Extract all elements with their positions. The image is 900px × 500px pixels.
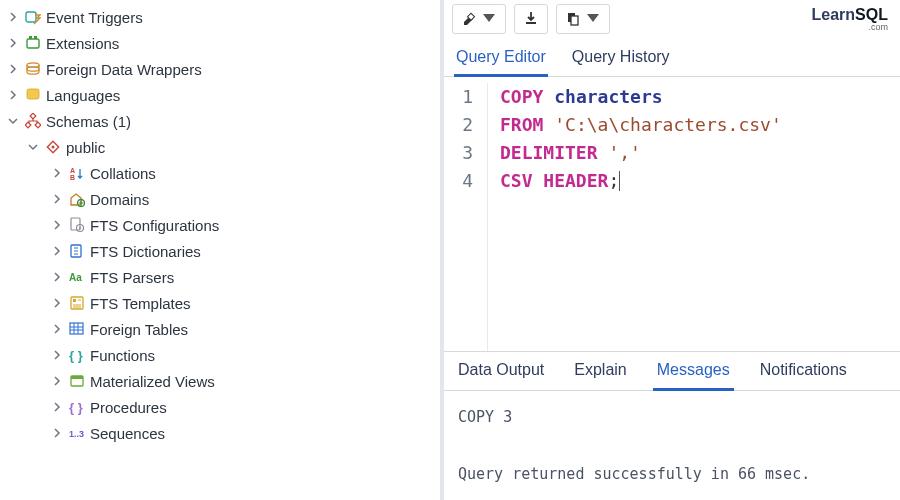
tree-label: Extensions <box>46 35 119 52</box>
text-cursor <box>619 171 620 191</box>
tree-label: FTS Dictionaries <box>90 243 201 260</box>
chevron-down-icon <box>26 140 40 154</box>
chevron-right-icon <box>50 218 64 232</box>
line-gutter: 1 2 3 4 <box>444 83 488 351</box>
chevron-right-icon <box>6 10 20 24</box>
foreign-tables-icon <box>68 320 86 338</box>
object-browser-tree[interactable]: Event Triggers Extensions Foreign Data W… <box>0 0 440 500</box>
sql-keyword: CSV <box>500 170 533 191</box>
sql-keyword: HEADER <box>543 170 608 191</box>
sql-keyword: COPY <box>500 86 543 107</box>
tree-label: Functions <box>90 347 155 364</box>
procedures-icon: { } <box>68 398 86 416</box>
tree-item-sequences[interactable]: 1..3 Sequences <box>0 420 439 446</box>
tree-item-fts-configurations[interactable]: FTS Configurations <box>0 212 439 238</box>
tree-item-foreign-tables[interactable]: Foreign Tables <box>0 316 439 342</box>
chevron-right-icon <box>50 270 64 284</box>
svg-rect-14 <box>71 218 80 230</box>
copy-button[interactable] <box>556 4 610 34</box>
erase-button[interactable] <box>452 4 506 34</box>
svg-text:1..3: 1..3 <box>69 429 84 439</box>
chevron-right-icon <box>50 374 64 388</box>
sql-string: 'C:\a\characters.csv' <box>554 114 782 135</box>
chevron-right-icon <box>50 348 64 362</box>
tree-item-foreign-data-wrappers[interactable]: Foreign Data Wrappers <box>0 56 439 82</box>
chevron-right-icon <box>6 88 20 102</box>
svg-rect-7 <box>25 122 31 128</box>
tree-item-materialized-views[interactable]: Materialized Views <box>0 368 439 394</box>
copy-icon <box>565 10 581 29</box>
schema-icon <box>44 138 62 156</box>
tree-item-fts-parsers[interactable]: Aa FTS Parsers <box>0 264 439 290</box>
tree-label: Procedures <box>90 399 167 416</box>
tree-item-functions[interactable]: { } Functions <box>0 342 439 368</box>
svg-rect-1 <box>27 39 39 48</box>
languages-icon <box>24 86 42 104</box>
sql-keyword: FROM <box>500 114 543 135</box>
functions-icon: { } <box>68 346 86 364</box>
tree-label: Foreign Data Wrappers <box>46 61 202 78</box>
chevron-right-icon <box>50 166 64 180</box>
tree-label: FTS Templates <box>90 295 191 312</box>
svg-rect-20 <box>73 299 76 302</box>
svg-rect-21 <box>70 323 83 334</box>
tree-label: Schemas (1) <box>46 113 131 130</box>
tree-item-domains[interactable]: Domains <box>0 186 439 212</box>
editor-tabs: Query Editor Query History <box>444 40 900 77</box>
sql-punct: ; <box>608 170 619 191</box>
query-panel: LearnSQL .com Query Editor Query History… <box>440 0 900 500</box>
tree-item-procedures[interactable]: { } Procedures <box>0 394 439 420</box>
tree-item-languages[interactable]: Languages <box>0 82 439 108</box>
chevron-right-icon <box>50 400 64 414</box>
materialized-views-icon <box>68 372 86 390</box>
tree-item-event-triggers[interactable]: Event Triggers <box>0 4 439 30</box>
collations-icon: AB <box>68 164 86 182</box>
tab-query-history[interactable]: Query History <box>570 40 672 77</box>
tab-data-output[interactable]: Data Output <box>454 352 548 391</box>
tree-label: Materialized Views <box>90 373 215 390</box>
tree-label: FTS Configurations <box>90 217 219 234</box>
svg-text:{ }: { } <box>69 400 83 415</box>
tree-item-schema-public[interactable]: public <box>0 134 439 160</box>
chevron-right-icon <box>6 62 20 76</box>
tree-item-extensions[interactable]: Extensions <box>0 30 439 56</box>
tab-explain[interactable]: Explain <box>570 352 630 391</box>
editor-toolbar: LearnSQL .com <box>444 0 900 34</box>
line-number: 1 <box>444 83 477 111</box>
svg-rect-0 <box>26 12 36 22</box>
tab-notifications[interactable]: Notifications <box>756 352 851 391</box>
schemas-icon <box>24 112 42 130</box>
sql-identifier: characters <box>554 86 662 107</box>
chevron-down-icon <box>6 114 20 128</box>
svg-point-16 <box>79 227 81 229</box>
download-icon <box>523 10 539 29</box>
tree-item-schemas[interactable]: Schemas (1) <box>0 108 439 134</box>
tree-item-fts-dictionaries[interactable]: FTS Dictionaries <box>0 238 439 264</box>
line-number: 4 <box>444 167 477 195</box>
foreign-data-wrapper-icon <box>24 60 42 78</box>
fts-configurations-icon <box>68 216 86 234</box>
output-tabs: Data Output Explain Messages Notificatio… <box>444 351 900 391</box>
tree-item-collations[interactable]: AB Collations <box>0 160 439 186</box>
event-trigger-icon <box>24 8 42 26</box>
brand-logo: LearnSQL .com <box>812 6 892 32</box>
code-area[interactable]: COPY characters FROM 'C:\a\characters.cs… <box>488 83 782 351</box>
chevron-right-icon <box>50 192 64 206</box>
tab-messages[interactable]: Messages <box>653 352 734 391</box>
svg-rect-8 <box>35 122 41 128</box>
fts-parsers-icon: Aa <box>68 268 86 286</box>
svg-rect-29 <box>571 16 578 25</box>
tab-query-editor[interactable]: Query Editor <box>454 40 548 77</box>
tree-label: Foreign Tables <box>90 321 188 338</box>
sequences-icon: 1..3 <box>68 424 86 442</box>
tree-label: FTS Parsers <box>90 269 174 286</box>
dropdown-caret-icon <box>481 10 497 29</box>
tree-label: Sequences <box>90 425 165 442</box>
dropdown-caret-icon <box>585 10 601 29</box>
tree-item-fts-templates[interactable]: FTS Templates <box>0 290 439 316</box>
extensions-icon <box>24 34 42 52</box>
chevron-right-icon <box>50 296 64 310</box>
download-button[interactable] <box>514 4 548 34</box>
sql-editor[interactable]: 1 2 3 4 COPY characters FROM 'C:\a\chara… <box>444 77 900 351</box>
sql-string: ',' <box>608 142 641 163</box>
